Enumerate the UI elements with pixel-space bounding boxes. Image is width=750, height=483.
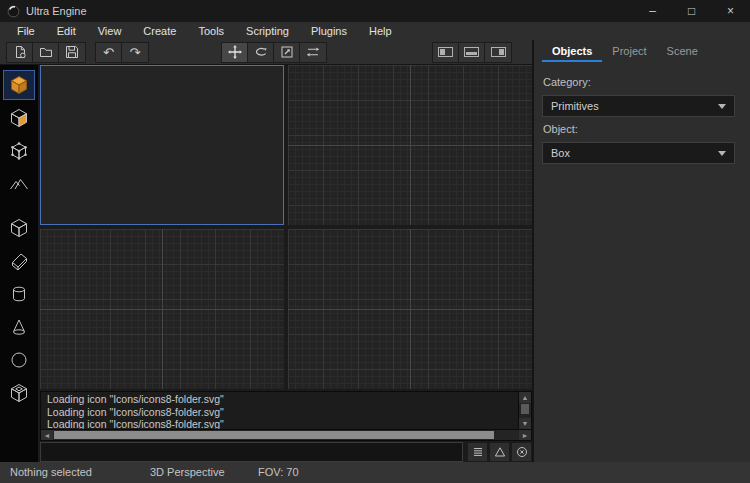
- right-panel-tabs: Objects Project Scene: [534, 40, 750, 62]
- console-command-input[interactable]: [40, 442, 463, 462]
- menubar: FileEditViewCreateToolsScriptingPluginsH…: [0, 22, 750, 40]
- console-horizontal-scrollbar[interactable]: ◄ ►: [40, 429, 532, 441]
- scale-icon: [279, 44, 295, 60]
- window-controls: – □ ×: [633, 0, 750, 22]
- layout-left-icon: [438, 47, 453, 57]
- viewport-perspective[interactable]: [40, 65, 284, 225]
- close-button[interactable]: ×: [711, 0, 750, 22]
- redo-button[interactable]: ↷: [122, 43, 148, 62]
- vertical-scroll-thumb[interactable]: [521, 404, 529, 414]
- rotate-icon: [253, 44, 269, 60]
- error-icon: [516, 446, 528, 458]
- menu-item[interactable]: Plugins: [300, 22, 358, 40]
- undo-button[interactable]: ↶: [96, 43, 122, 62]
- tab-project[interactable]: Project: [602, 42, 656, 62]
- maximize-button[interactable]: □: [672, 0, 711, 22]
- terrain-tool[interactable]: [3, 169, 35, 199]
- console-vertical-scrollbar[interactable]: ▲ ▼: [518, 392, 531, 429]
- warnings-filter-button[interactable]: [489, 442, 510, 462]
- cylinder-tool[interactable]: [3, 279, 35, 309]
- cylinder-icon: [8, 283, 30, 305]
- console-panel: Loading icon "Icons/icons8-folder.svg"Lo…: [40, 391, 532, 441]
- layout-bottom-icon: [464, 47, 479, 57]
- log-line: Loading icon "Icons/icons8-folder.svg": [47, 406, 512, 419]
- box-icon: [8, 217, 30, 239]
- selection-status: Nothing selected: [10, 466, 92, 478]
- chevron-down-icon: [718, 151, 726, 156]
- layout-right-button[interactable]: [485, 43, 511, 62]
- face-edit-tool[interactable]: [3, 103, 35, 133]
- viewport-quad: [40, 65, 532, 389]
- tab-scene[interactable]: Scene: [657, 42, 708, 62]
- errors-filter-button[interactable]: [511, 442, 532, 462]
- scroll-left-icon[interactable]: ◄: [41, 430, 53, 440]
- objects-panel: Category: Primitives Object: Box: [534, 62, 750, 168]
- titlebar: Ultra Engine – □ ×: [0, 0, 750, 22]
- menu-item[interactable]: Scripting: [235, 22, 300, 40]
- log-icon: [472, 446, 484, 458]
- ultra-engine-window: Ultra Engine – □ × FileEditViewCreateToo…: [0, 0, 750, 483]
- minimize-button[interactable]: –: [633, 0, 672, 22]
- log-line: Loading icon "Icons/icons8-folder.svg": [47, 393, 512, 406]
- rotate-tool-button[interactable]: [248, 43, 274, 62]
- scroll-right-icon[interactable]: ►: [519, 430, 531, 440]
- layout-right-icon: [491, 47, 506, 57]
- vertex-edit-tool[interactable]: [3, 136, 35, 166]
- mirror-icon: [305, 44, 321, 60]
- statusbar: Nothing selected 3D Perspective FOV: 70: [0, 462, 750, 483]
- open-folder-icon: [38, 44, 54, 60]
- sphere-icon: [8, 349, 30, 371]
- toolbar: ↶ ↷: [0, 40, 532, 65]
- save-button[interactable]: [59, 43, 85, 62]
- menu-item[interactable]: Edit: [46, 22, 87, 40]
- log-line: Loading icon "Icons/icons8-folder.svg": [47, 418, 512, 429]
- fov-status: FOV: 70: [258, 466, 299, 478]
- viewport-bottom-right[interactable]: [288, 229, 532, 389]
- horizontal-scroll-thumb[interactable]: [54, 431, 494, 439]
- viewport-bottom-left[interactable]: [40, 229, 284, 389]
- cone-tool[interactable]: [3, 312, 35, 342]
- mirror-tool-button[interactable]: [300, 43, 326, 62]
- menu-item[interactable]: View: [87, 22, 133, 40]
- select-object-tool[interactable]: [3, 70, 35, 100]
- app-logo-icon: [7, 5, 20, 18]
- open-project-button[interactable]: [33, 43, 59, 62]
- scroll-down-icon[interactable]: ▼: [519, 418, 531, 429]
- window-title: Ultra Engine: [26, 5, 87, 17]
- category-dropdown[interactable]: Primitives: [542, 95, 735, 117]
- wedge-icon: [8, 250, 30, 272]
- tab-objects[interactable]: Objects: [542, 42, 602, 62]
- object-label: Object:: [543, 123, 735, 135]
- menu-item[interactable]: Create: [132, 22, 187, 40]
- object-dropdown[interactable]: Box: [542, 142, 735, 164]
- scale-tool-button[interactable]: [274, 43, 300, 62]
- wedge-tool[interactable]: [3, 246, 35, 276]
- cone-icon: [8, 316, 30, 338]
- sphere-tool[interactable]: [3, 345, 35, 375]
- warning-icon: [494, 446, 506, 458]
- log-filter-button[interactable]: [467, 442, 488, 462]
- move-tool-button[interactable]: [222, 43, 248, 62]
- menu-item[interactable]: Help: [358, 22, 403, 40]
- tube-icon: [8, 382, 30, 404]
- layout-left-button[interactable]: [433, 43, 459, 62]
- undo-icon: ↶: [103, 46, 114, 59]
- right-panel: Objects Project Scene Category: Primitiv…: [532, 40, 750, 462]
- save-icon: [64, 44, 80, 60]
- tube-tool[interactable]: [3, 378, 35, 408]
- view-mode-status: 3D Perspective: [150, 466, 225, 478]
- new-file-button[interactable]: [7, 43, 33, 62]
- box-tool[interactable]: [3, 213, 35, 243]
- redo-icon: ↷: [130, 46, 141, 59]
- menu-item[interactable]: Tools: [187, 22, 235, 40]
- terrain-icon: [8, 173, 30, 195]
- scroll-up-icon[interactable]: ▲: [519, 392, 531, 403]
- new-file-icon: [12, 44, 28, 60]
- layout-bottom-button[interactable]: [459, 43, 485, 62]
- face-cube-icon: [8, 107, 30, 129]
- object-value: Box: [551, 147, 570, 159]
- category-value: Primitives: [551, 100, 599, 112]
- solid-cube-icon: [8, 74, 30, 96]
- viewport-top-right[interactable]: [288, 65, 532, 225]
- menu-item[interactable]: File: [6, 22, 46, 40]
